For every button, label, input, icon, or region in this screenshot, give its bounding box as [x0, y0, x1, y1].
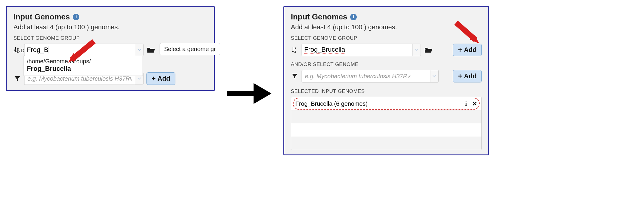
- chevron-down-icon[interactable]: [412, 44, 421, 56]
- label-select-group: SELECT GENOME GROUP: [13, 35, 207, 41]
- folder-open-icon[interactable]: [146, 46, 155, 54]
- selected-genomes-list: Frog_Brucella (6 genomes) i ✕: [291, 97, 482, 150]
- svg-rect-2: [227, 91, 255, 96]
- add-label: Add: [157, 75, 170, 82]
- add-group-button[interactable]: +Add: [453, 44, 482, 56]
- filter-icon[interactable]: [291, 72, 299, 80]
- list-item: [291, 123, 481, 137]
- section-title: Input Genomes i: [13, 12, 207, 22]
- autocomplete-dropdown[interactable]: /home/Genome Groups/ Frog_Brucella: [24, 56, 143, 76]
- chevron-down-icon[interactable]: [430, 70, 438, 82]
- subtitle: Add at least 4 (up to 100 ) genomes.: [13, 23, 207, 31]
- info-icon[interactable]: i: [350, 14, 357, 20]
- info-icon[interactable]: i: [465, 100, 467, 107]
- sort-az-icon[interactable]: AZ: [291, 46, 299, 54]
- add-genome-button[interactable]: +Add: [146, 72, 175, 85]
- svg-text:A: A: [294, 47, 296, 50]
- list-item: [291, 110, 481, 123]
- subtitle: Add at least 4 (up to 100 ) genomes.: [291, 23, 482, 31]
- filter-icon[interactable]: [13, 75, 21, 82]
- list-item: [291, 137, 481, 150]
- genome-input[interactable]: [302, 70, 430, 82]
- transition-arrow-icon: [227, 80, 271, 108]
- tooltip-select-group: Select a genome gr: [160, 43, 220, 55]
- folder-open-icon[interactable]: [424, 46, 433, 54]
- plus-icon: +: [152, 74, 156, 83]
- genome-group-input-value[interactable]: Frog_B: [27, 46, 48, 54]
- genome-group-combo[interactable]: Frog_Brucella: [302, 44, 421, 56]
- add-label: Add: [464, 46, 477, 54]
- selected-item-text: Frog_Brucella (6 genomes): [295, 100, 367, 107]
- panel-before: Input Genomes i Add at least 4 (up to 10…: [6, 6, 215, 91]
- chevron-down-icon[interactable]: [135, 44, 143, 56]
- row-select-genome: +Add: [291, 70, 482, 82]
- plus-icon: +: [458, 46, 462, 54]
- row-genome-group: AZ Frog_B Select a genome gr /home/Genom…: [13, 44, 207, 56]
- genome-combo[interactable]: [302, 70, 439, 82]
- title-text: Input Genomes: [291, 12, 347, 22]
- add-genome-button[interactable]: +Add: [453, 70, 482, 82]
- selected-item-row[interactable]: Frog_Brucella (6 genomes) i ✕: [291, 97, 481, 110]
- remove-icon[interactable]: ✕: [472, 100, 477, 107]
- label-select-genome-partial: AND: [13, 48, 24, 54]
- dropdown-path: /home/Genome Groups/: [27, 58, 140, 65]
- plus-icon: +: [458, 72, 462, 80]
- title-text: Input Genomes: [13, 12, 70, 22]
- row-genome-group: AZ Frog_Brucella +Add: [291, 44, 482, 56]
- label-selected: SELECTED INPUT GENOMES: [291, 88, 482, 94]
- dropdown-match[interactable]: Frog_Brucella: [27, 65, 140, 73]
- genome-group-input-value[interactable]: Frog_Brucella: [304, 46, 345, 54]
- label-select-genome: AND/OR SELECT GENOME: [291, 62, 482, 68]
- add-label: Add: [464, 72, 477, 80]
- section-title: Input Genomes i: [291, 12, 482, 22]
- text-caret: [49, 46, 49, 53]
- genome-group-combo[interactable]: Frog_B: [24, 44, 143, 56]
- svg-text:Z: Z: [294, 50, 296, 53]
- label-select-group: SELECT GENOME GROUP: [291, 35, 482, 41]
- info-icon[interactable]: i: [73, 14, 79, 20]
- panel-after: Input Genomes i Add at least 4 (up to 10…: [283, 6, 489, 155]
